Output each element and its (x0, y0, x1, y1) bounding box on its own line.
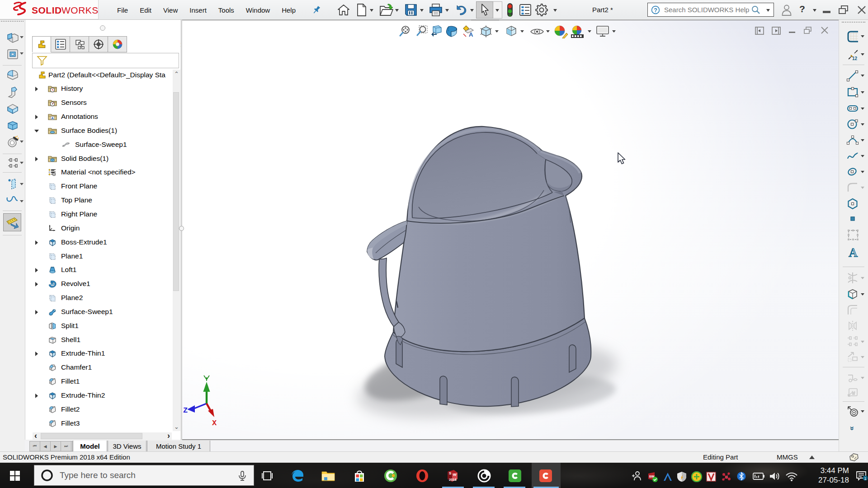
svg-text:?: ? (654, 7, 657, 13)
svg-text:W: W (453, 473, 457, 477)
svg-text:X: X (212, 419, 217, 427)
svg-text:SOLID: SOLID (32, 5, 62, 15)
svg-text:A: A (849, 245, 858, 259)
svg-text:1: 1 (864, 476, 866, 481)
svg-text:2018: 2018 (449, 478, 457, 482)
svg-text:WORKS: WORKS (61, 5, 99, 15)
svg-text:S: S (449, 471, 452, 475)
svg-text:Z: Z (183, 406, 188, 415)
svg-text:12: 12 (852, 56, 858, 61)
